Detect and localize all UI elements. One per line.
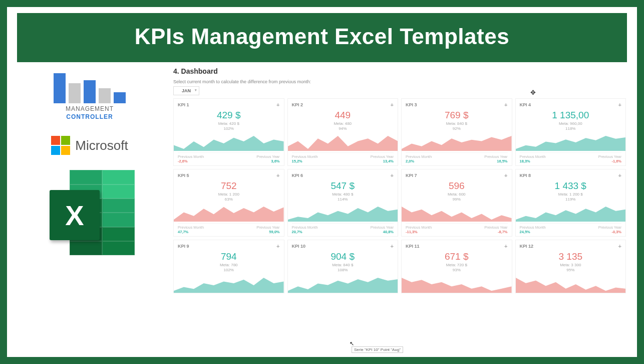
kpi-sparkline [288,275,398,293]
kpi-value: 3 135 [520,251,622,262]
kpi-name: KPI 4 [520,102,531,107]
kpi-meta: Meta: 420 $102% [178,121,280,131]
kpi-sparkline [516,204,626,222]
kpi-value: 794 [178,251,280,262]
kpi-card-1: KPI 1 + 429 $ Meta: 420 $102% Previous M… [173,98,284,166]
move-cursor-icon: ✥ [530,89,536,96]
kpi-value: 547 $ [292,180,394,192]
kpi-name: KPI 6 [292,173,303,178]
kpi-meta: Meta: 780102% [178,263,280,272]
main-area: MANAGEMENT CONTROLLER Microsoft [17,65,627,351]
kpi-value: 1 135,00 [520,110,622,121]
kpi-sparkline [174,133,284,151]
microsoft-logo: Microsoft [51,136,128,155]
kpi-footer: Previous Month2,0% Previous Year16,5% [406,152,508,163]
kpi-card-11: KPI 11 + 671 $ Meta: 720 $93% [401,240,512,293]
expand-icon[interactable]: + [391,243,394,249]
kpi-meta: Meta: 840 $108% [292,263,394,272]
kpi-footer: Previous Month-2,6% Previous Year3,6% [178,152,280,163]
cursor-icon: ↖ [350,340,354,347]
expand-icon[interactable]: + [618,102,621,108]
kpi-name: KPI 1 [178,102,189,107]
kpi-name: KPI 3 [406,102,417,107]
expand-icon[interactable]: + [276,243,279,249]
kpi-card-3: KPI 3 + 769 $ Meta: 840 $92% Previous Mo… [401,98,512,166]
kpi-meta: Meta: 840 $92% [406,121,508,131]
dashboard-panel: 4. Dashboard Select current month to cal… [172,65,627,351]
kpi-name: KPI 10 [292,244,306,249]
chart-tooltip: Serie "KPI 10" Point "Aug" [352,346,403,353]
kpi-value: 429 $ [178,110,280,121]
white-frame: KPIs Management Excel Templates MANAGEME… [7,7,637,357]
expand-icon[interactable]: + [504,102,507,108]
kpi-card-6: KPI 6 + 547 $ Meta: 480 $114% Previous M… [287,169,399,237]
expand-icon[interactable]: + [391,172,394,178]
expand-icon[interactable]: + [618,172,621,178]
left-sidebar: MANAGEMENT CONTROLLER Microsoft [17,65,162,351]
kpi-name: KPI 5 [178,173,189,178]
kpi-meta: Meta: 60099% [406,192,508,202]
kpi-grid: KPI 1 + 429 $ Meta: 420 $102% Previous M… [173,98,626,293]
kpi-meta: Meta: 48094% [292,121,394,131]
kpi-card-9: KPI 9 + 794 Meta: 780102% [173,240,284,293]
microsoft-label: Microsoft [75,138,128,153]
microsoft-icon [51,136,70,155]
kpi-sparkline [174,275,284,293]
expand-icon[interactable]: + [504,243,507,249]
kpi-value: 449 [292,110,394,121]
kpi-name: KPI 8 [520,173,531,178]
kpi-card-4: KPI 4 + 1 135,00 Meta: 960,00118% Previo… [515,98,626,166]
kpi-value: 904 $ [292,251,394,262]
kpi-name: KPI 11 [406,244,420,249]
kpi-value: 769 $ [406,110,508,121]
kpi-value: 671 $ [406,251,508,262]
kpi-name: KPI 12 [520,244,534,249]
kpi-sparkline [402,275,512,293]
expand-icon[interactable]: + [276,102,279,108]
kpi-meta: Meta: 960,00118% [520,121,622,131]
dashboard-heading: 4. Dashboard [173,67,626,75]
expand-icon[interactable]: + [618,243,621,249]
kpi-value: 596 [406,180,508,192]
logo-label: MANAGEMENT CONTROLLER [54,105,126,121]
kpi-sparkline [516,275,626,293]
kpi-meta: Meta: 1 20063% [178,192,280,202]
kpi-meta: Meta: 480 $114% [292,192,394,202]
kpi-sparkline [288,133,398,151]
kpi-footer: Previous Month15,2% Previous Year13,4% [292,152,394,163]
kpi-card-2: KPI 2 + 449 Meta: 48094% Previous Month1… [287,98,399,166]
kpi-meta: Meta: 1 200 $119% [520,192,622,202]
title-bar: KPIs Management Excel Templates [17,13,627,62]
dashboard-subtitle: Select current month to calculate the di… [173,79,626,84]
kpi-sparkline [174,204,284,222]
kpi-sparkline [402,204,512,222]
month-select[interactable]: JAN [173,86,199,95]
kpi-value: 752 [178,180,280,192]
kpi-footer: Previous Month47,7% Previous Year59,0% [178,223,280,234]
kpi-card-7: KPI 7 + 596 Meta: 60099% Previous Month-… [401,169,512,237]
outer-frame: KPIs Management Excel Templates MANAGEME… [0,0,644,364]
kpi-footer: Previous Month20,7% Previous Year40,8% [292,223,394,234]
kpi-card-12: KPI 12 + 3 135 Meta: 3 30095% [515,240,626,293]
management-controller-logo: MANAGEMENT CONTROLLER [54,68,126,121]
kpi-name: KPI 2 [292,102,303,107]
kpi-value: 1 433 $ [520,180,622,192]
excel-x-icon: X [50,190,100,240]
bar-chart-icon [54,68,126,103]
kpi-footer: Previous Month24,5% Previous Year-0,3% [520,223,622,234]
kpi-meta: Meta: 3 30095% [520,263,622,272]
kpi-card-10: KPI 10 + 904 $ Meta: 840 $108% [287,240,399,293]
kpi-footer: Previous Month18,3% Previous Year-1,6% [520,152,622,163]
kpi-card-8: KPI 8 + 1 433 $ Meta: 1 200 $119% Previo… [515,169,626,237]
expand-icon[interactable]: + [276,172,279,178]
page-title: KPIs Management Excel Templates [17,24,627,49]
kpi-meta: Meta: 720 $93% [406,263,508,272]
kpi-name: KPI 7 [406,173,417,178]
expand-icon[interactable]: + [504,172,507,178]
expand-icon[interactable]: + [391,102,394,108]
kpi-sparkline [288,204,398,222]
kpi-name: KPI 9 [178,244,189,249]
excel-logo: X [40,165,140,260]
kpi-card-5: KPI 5 + 752 Meta: 1 20063% Previous Mont… [173,169,284,237]
kpi-footer: Previous Month-11,3% Previous Year-8,7% [406,223,508,234]
